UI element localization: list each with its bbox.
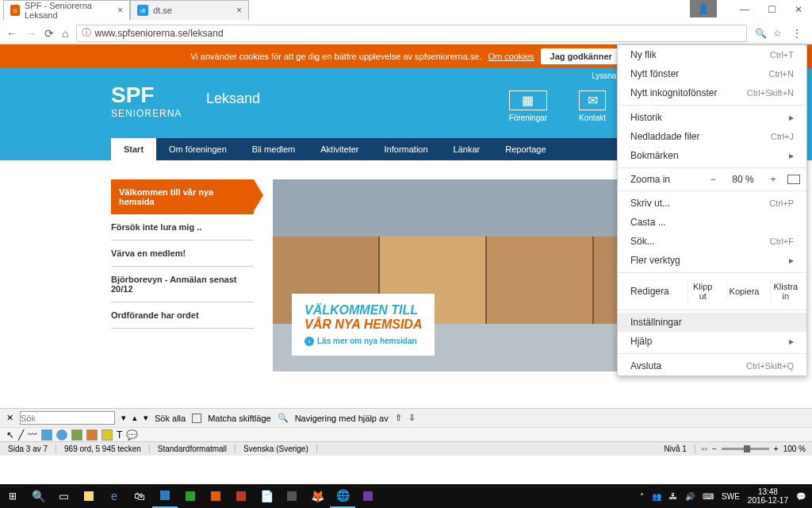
line-icon[interactable]: ╱ xyxy=(18,429,24,441)
cookie-link[interactable]: Om cookies xyxy=(488,52,534,61)
zoom-in-button[interactable]: + xyxy=(765,174,781,185)
find-next-icon[interactable]: ▾ xyxy=(144,413,148,423)
browser-tab-spf[interactable]: S SPF - Seniorerna Leksand × xyxy=(3,0,130,20)
writer-icon[interactable] xyxy=(152,484,178,508)
app-icon[interactable] xyxy=(355,484,381,508)
close-icon[interactable]: × xyxy=(117,5,123,16)
clock[interactable]: 13:48 2016-12-17 xyxy=(748,487,788,505)
view-icon[interactable]: ▫▫ xyxy=(702,444,707,453)
cookie-accept-button[interactable]: Jag godkänner xyxy=(541,48,622,64)
explorer-icon[interactable] xyxy=(76,484,102,508)
home-icon[interactable]: ⌂ xyxy=(62,27,68,40)
fullscreen-icon[interactable] xyxy=(787,175,800,184)
find-all-button[interactable]: Sök alla xyxy=(155,414,186,423)
address-bar[interactable]: ⓘ www.spfseniorerna.se/leksand xyxy=(76,25,747,42)
close-findbar-icon[interactable]: ✕ xyxy=(6,413,13,423)
close-icon[interactable]: × xyxy=(236,5,242,16)
app-icon[interactable]: 📄 xyxy=(254,484,279,508)
search-icon[interactable]: 🔍 xyxy=(25,484,51,508)
menu-cast[interactable]: Casta ... xyxy=(618,213,806,232)
menu-help[interactable]: Hjälp▸ xyxy=(618,332,806,351)
menu-print[interactable]: Skriv ut...Ctrl+P xyxy=(618,194,806,213)
site-logo[interactable]: SPF SENIORERNA xyxy=(111,83,182,119)
close-button[interactable]: ✕ xyxy=(785,1,812,18)
curve-icon[interactable]: 〰 xyxy=(28,429,37,441)
notifications-icon[interactable]: 💬 xyxy=(796,492,806,501)
list-item[interactable]: Ordförande har ordet xyxy=(111,302,254,329)
menu-incognito[interactable]: Nytt inkognitofönsterCtrl+Skift+N xyxy=(618,83,806,102)
taskview-icon[interactable]: ▭ xyxy=(51,484,76,508)
list-item[interactable]: Värva en medlem! xyxy=(111,241,254,267)
menu-history[interactable]: Historik▸ xyxy=(618,108,806,127)
nav-information[interactable]: Information xyxy=(372,138,441,160)
tray-up-icon[interactable]: ˄ xyxy=(640,492,644,501)
firefox-icon[interactable]: 🦊 xyxy=(304,484,330,508)
zoom-control[interactable]: ▫▫ −+ 100 % xyxy=(695,444,812,453)
nav-aktiviteter[interactable]: Aktiviteter xyxy=(308,138,371,160)
edge-icon[interactable]: e xyxy=(102,484,127,508)
network-icon[interactable]: 🖧 xyxy=(669,492,677,501)
menu-more-tools[interactable]: Fler verktyg▸ xyxy=(618,251,806,270)
zoom-icon[interactable]: 🔍 xyxy=(755,28,767,39)
reload-icon[interactable]: ⟳ xyxy=(44,27,54,40)
copy-button[interactable]: Kopiera xyxy=(727,283,761,299)
zoom-out-button[interactable]: − xyxy=(705,174,721,185)
cut-button[interactable]: Klipp ut xyxy=(688,279,718,304)
language-indicator[interactable]: SWE xyxy=(722,492,740,501)
top-link[interactable]: Lyssna xyxy=(592,71,616,80)
text-icon[interactable]: T xyxy=(117,429,122,441)
nav-icon[interactable]: 🔍 xyxy=(278,413,289,423)
hero-link[interactable]: ›Läs mer om nya hemsidan xyxy=(304,337,422,347)
nav-start[interactable]: Start xyxy=(111,138,156,160)
menu-new-window[interactable]: Nytt fönsterCtrl+N xyxy=(618,64,806,83)
back-icon[interactable]: ← xyxy=(6,27,17,40)
nav-down-icon[interactable]: ⇩ xyxy=(408,413,416,423)
dropdown-icon[interactable]: ▾ xyxy=(121,413,126,423)
menu-downloads[interactable]: Nedladdade filerCtrl+J xyxy=(618,127,806,146)
list-item[interactable]: Björborevyn - Anmälan senast 20/12 xyxy=(111,267,254,302)
star-icon[interactable]: ☆ xyxy=(773,28,782,39)
pointer-icon[interactable]: ↖ xyxy=(6,429,14,441)
start-button[interactable]: ⊞ xyxy=(0,484,25,508)
chrome-icon[interactable]: 🌐 xyxy=(330,484,355,508)
menu-settings[interactable]: Inställningar xyxy=(618,313,806,332)
find-prev-icon[interactable]: ▴ xyxy=(132,413,137,423)
paste-button[interactable]: Klistra in xyxy=(770,279,800,304)
store-icon[interactable]: 🛍 xyxy=(127,484,152,508)
minimize-button[interactable]: — xyxy=(731,1,758,18)
zoom-slider[interactable] xyxy=(722,448,769,450)
menu-bookmarks[interactable]: Bokmärken▸ xyxy=(618,146,806,165)
list-item[interactable]: Försök inte lura mig .. xyxy=(111,214,254,241)
rect-icon[interactable] xyxy=(41,429,52,441)
matchcase-checkbox[interactable] xyxy=(192,414,201,423)
people-icon[interactable]: 👥 xyxy=(652,492,661,501)
shape-icon[interactable] xyxy=(86,429,98,441)
app-icon[interactable] xyxy=(228,484,254,508)
menu-icon[interactable]: ⋮ xyxy=(788,25,806,41)
forward-icon[interactable]: → xyxy=(25,27,36,40)
maximize-button[interactable]: ☐ xyxy=(758,1,785,18)
nav-bli[interactable]: Bli medlem xyxy=(239,138,308,160)
nav-up-icon[interactable]: ⇧ xyxy=(395,413,402,423)
volume-icon[interactable]: 🔊 xyxy=(685,492,695,501)
app-icon[interactable] xyxy=(279,484,304,508)
keyboard-icon[interactable]: ⌨ xyxy=(703,492,714,501)
star-icon[interactable] xyxy=(102,429,113,441)
menu-new-tab[interactable]: Ny flikCtrl+T xyxy=(618,45,806,64)
find-input[interactable] xyxy=(20,411,115,425)
list-item[interactable]: Välkommen till vår nya hemsida xyxy=(111,179,254,214)
app-icon[interactable] xyxy=(178,484,203,508)
app-icon[interactable] xyxy=(203,484,228,508)
ellipse-icon[interactable] xyxy=(56,429,67,441)
callout-icon[interactable]: 💬 xyxy=(126,429,138,441)
shape-icon[interactable] xyxy=(71,429,82,441)
nav-lankar[interactable]: Länkar xyxy=(441,138,493,160)
nav-om[interactable]: Om föreningen xyxy=(156,138,239,160)
menu-find[interactable]: Sök...Ctrl+F xyxy=(618,232,806,251)
foreningar-link[interactable]: ▦Föreningar xyxy=(509,90,547,122)
menu-exit[interactable]: AvslutaCtrl+Skift+Q xyxy=(618,356,806,375)
browser-tab-dt[interactable]: dt dt.se × xyxy=(130,0,249,20)
kontakt-link[interactable]: ✉Kontakt xyxy=(579,90,606,122)
nav-reportage[interactable]: Reportage xyxy=(492,138,558,160)
user-icon[interactable]: 👤 xyxy=(690,0,717,17)
